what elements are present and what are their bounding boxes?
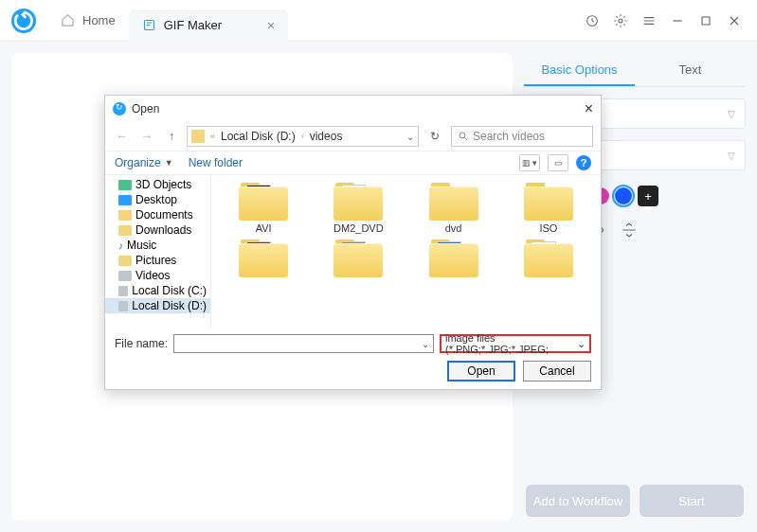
videos-icon bbox=[118, 271, 132, 281]
file-item[interactable] bbox=[315, 238, 401, 279]
open-button[interactable]: Open bbox=[447, 361, 515, 381]
view-mode-button[interactable]: ▥ ▾ bbox=[519, 154, 540, 171]
3d-objects-icon bbox=[118, 180, 132, 190]
new-folder-button[interactable]: New folder bbox=[189, 156, 243, 169]
window-controls bbox=[585, 13, 757, 28]
folder-tree: 3D Objects Desktop Documents Downloads ♪… bbox=[105, 175, 211, 328]
file-type-filter[interactable]: image files (*.PNG;*.JPG;*.JPEG; ⌄ bbox=[440, 334, 591, 353]
options-tabs: Basic Options Text bbox=[524, 53, 746, 87]
file-item[interactable]: dvd bbox=[411, 181, 496, 234]
file-item[interactable]: AVI bbox=[221, 181, 306, 234]
desktop-icon bbox=[118, 195, 132, 205]
dialog-close-icon[interactable]: × bbox=[585, 100, 593, 117]
svg-point-2 bbox=[619, 19, 622, 23]
file-open-dialog: Open × ← → ↑ « Local Disk (D:) › videos … bbox=[104, 95, 602, 390]
back-icon[interactable]: ← bbox=[113, 127, 132, 146]
tree-item[interactable]: Documents bbox=[105, 207, 210, 222]
forward-icon[interactable]: → bbox=[137, 127, 156, 146]
flip-vertical-icon[interactable] bbox=[621, 222, 638, 239]
breadcrumb[interactable]: Local Disk (D:) bbox=[221, 130, 296, 143]
tree-item[interactable]: Pictures bbox=[105, 253, 210, 268]
tab-label: GIF Maker bbox=[164, 18, 222, 32]
up-icon[interactable]: ↑ bbox=[162, 127, 181, 146]
tab-home[interactable]: Home bbox=[47, 6, 129, 36]
tree-item[interactable]: Downloads bbox=[105, 222, 210, 238]
downloads-icon bbox=[118, 225, 132, 236]
music-icon: ♪ bbox=[118, 240, 123, 251]
chevron-down-icon: ▽ bbox=[728, 109, 735, 119]
search-input[interactable]: Search videos bbox=[451, 126, 593, 147]
add-color-button[interactable]: + bbox=[638, 186, 658, 206]
help-icon[interactable]: ? bbox=[576, 155, 591, 170]
documents-icon bbox=[118, 210, 132, 221]
menu-icon[interactable] bbox=[641, 13, 657, 28]
start-button[interactable]: Start bbox=[640, 485, 744, 517]
tab-label: Home bbox=[82, 13, 116, 27]
minimize-icon[interactable] bbox=[670, 13, 685, 28]
tab-basic-options[interactable]: Basic Options bbox=[524, 53, 635, 86]
file-list: AVI DM2_DVD dvd ISO bbox=[211, 175, 601, 328]
close-icon[interactable]: × bbox=[267, 18, 275, 33]
tree-item[interactable]: Local Disk (C:) bbox=[105, 283, 210, 298]
gear-icon[interactable] bbox=[613, 13, 628, 28]
home-icon bbox=[61, 13, 75, 27]
dialog-toolbar: Organize ▼ New folder ▥ ▾ ▭ ? bbox=[105, 151, 601, 175]
refresh-icon[interactable]: ↻ bbox=[424, 126, 445, 147]
chevron-down-icon: ⌄ bbox=[422, 339, 429, 349]
svg-rect-3 bbox=[702, 17, 710, 25]
action-buttons: Add to Workflow Start bbox=[526, 485, 744, 517]
cancel-button[interactable]: Cancel bbox=[523, 361, 591, 381]
dialog-nav: ← → ↑ « Local Disk (D:) › videos ⌄ ↻ Sea… bbox=[105, 122, 601, 151]
breadcrumb[interactable]: videos bbox=[310, 130, 343, 143]
add-to-workflow-button[interactable]: Add to Workflow bbox=[526, 485, 630, 517]
pictures-icon bbox=[118, 256, 132, 266]
dialog-body: 3D Objects Desktop Documents Downloads ♪… bbox=[105, 175, 601, 328]
app-small-icon bbox=[113, 102, 126, 115]
preview-pane-button[interactable]: ▭ bbox=[548, 154, 568, 171]
chevron-down-icon[interactable]: ⌄ bbox=[406, 132, 414, 142]
file-item[interactable] bbox=[221, 238, 306, 279]
address-bar[interactable]: « Local Disk (D:) › videos ⌄ bbox=[187, 126, 419, 147]
dialog-title: Open bbox=[132, 102, 159, 115]
svg-point-4 bbox=[460, 133, 465, 138]
tree-item[interactable]: 3D Objects bbox=[105, 177, 210, 192]
organize-menu[interactable]: Organize ▼ bbox=[115, 156, 173, 169]
history-icon[interactable] bbox=[585, 13, 600, 28]
dialog-titlebar: Open × bbox=[105, 96, 601, 122]
chevron-down-icon: ▽ bbox=[728, 151, 735, 161]
close-window-icon[interactable] bbox=[727, 13, 742, 28]
tab-text[interactable]: Text bbox=[635, 53, 746, 86]
maximize-icon[interactable] bbox=[698, 13, 713, 28]
folder-icon bbox=[191, 130, 205, 143]
file-item[interactable] bbox=[411, 238, 496, 279]
search-placeholder: Search videos bbox=[473, 130, 545, 143]
color-swatch[interactable] bbox=[615, 187, 632, 204]
file-item[interactable] bbox=[506, 238, 591, 279]
tree-item[interactable]: Desktop bbox=[105, 192, 210, 207]
search-icon bbox=[458, 131, 469, 142]
tree-item[interactable]: Local Disk (D:) bbox=[105, 298, 210, 313]
tree-item[interactable]: Videos bbox=[105, 268, 210, 283]
filename-label: File name: bbox=[115, 337, 168, 350]
dialog-footer: File name: ⌄ image files (*.PNG;*.JPG;*.… bbox=[105, 328, 601, 389]
file-item[interactable]: ISO bbox=[506, 181, 591, 234]
app-logo bbox=[11, 9, 36, 33]
disk-icon bbox=[118, 301, 128, 311]
disk-icon bbox=[118, 286, 128, 296]
gif-icon bbox=[142, 18, 156, 32]
chevron-down-icon: ⌄ bbox=[577, 338, 586, 350]
topbar: Home GIF Maker × bbox=[0, 0, 757, 42]
tab-gif-maker[interactable]: GIF Maker × bbox=[129, 9, 289, 42]
filename-input[interactable]: ⌄ bbox=[173, 334, 434, 353]
tree-item[interactable]: ♪Music bbox=[105, 238, 210, 253]
file-item[interactable]: DM2_DVD bbox=[315, 181, 401, 234]
